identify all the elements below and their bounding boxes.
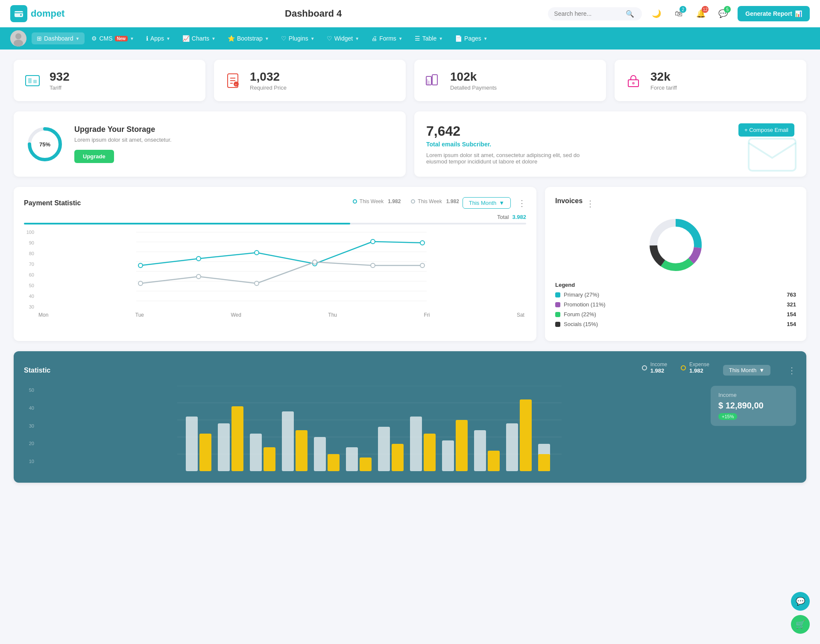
upgrade-button[interactable]: Upgrade xyxy=(74,150,114,163)
svg-rect-16 xyxy=(426,79,428,85)
svg-rect-0 xyxy=(15,11,23,17)
chat-button[interactable]: 💬 5 xyxy=(715,6,731,21)
table-icon: ☰ xyxy=(415,35,420,42)
statistic-month-button[interactable]: This Month ▼ xyxy=(723,365,770,376)
table-label: Table xyxy=(422,35,436,42)
svg-rect-71 xyxy=(474,430,486,471)
svg-rect-17 xyxy=(428,81,430,85)
svg-point-19 xyxy=(632,82,635,85)
total-label: Total xyxy=(497,214,509,220)
cms-badge: New xyxy=(115,36,128,41)
x-axis: Mon Tue Wed Thu Fri Sat xyxy=(37,312,526,318)
chevron-down-icon-cms: ▼ xyxy=(130,36,134,41)
more-options-button[interactable]: ⋮ xyxy=(518,198,526,208)
invoices-more-button[interactable]: ⋮ xyxy=(586,198,594,209)
forms-icon: 🖨 xyxy=(371,35,377,42)
charts-nav-icon: 📈 xyxy=(182,35,190,42)
legend-label-0: This Week xyxy=(360,198,384,204)
progress-fill xyxy=(24,223,350,224)
navbar: ⊞ Dashboard ▼ ⚙ CMS New ▼ ℹ Apps ▼ 📈 Cha… xyxy=(0,27,820,50)
legend-item-0: This Week 1.982 xyxy=(353,198,401,204)
legend-promotion: Promotion (11%) 321 xyxy=(555,301,796,308)
sidebar-item-forms[interactable]: 🖨 Forms ▼ xyxy=(366,32,408,44)
storage-card: 75% Upgrade Your Storage Lorem ipsum dol… xyxy=(14,111,406,177)
svg-point-32 xyxy=(196,256,201,261)
svg-point-37 xyxy=(138,281,143,286)
chevron-down-icon-month: ▼ xyxy=(499,200,504,206)
y-axis: 100 90 80 70 60 50 40 30 xyxy=(24,228,37,318)
cms-label: CMS xyxy=(99,35,112,42)
force-tariff-icon xyxy=(623,70,644,91)
invoices-card: Invoices ⋮ Legend xyxy=(545,187,806,341)
statistic-title: Statistic xyxy=(24,367,642,374)
svg-point-40 xyxy=(313,260,317,264)
income-box-area: Income $ 12,890,00 +15% xyxy=(711,386,796,472)
sidebar-item-cms[interactable]: ⚙ CMS New ▼ xyxy=(86,32,139,44)
sidebar-item-table[interactable]: ☰ Table ▼ xyxy=(410,32,448,44)
payment-card: Payment Statistic This Week 1.982 This W… xyxy=(14,187,536,341)
progress-bar-row xyxy=(24,223,526,224)
sidebar-item-bootstrap[interactable]: ⭐ Bootstrap ▼ xyxy=(223,32,274,44)
tariff-icon xyxy=(22,70,43,91)
svg-point-35 xyxy=(371,239,375,244)
required-price-info: 1,032 Required Price xyxy=(250,70,287,91)
cart-button[interactable]: 🛍 2 xyxy=(671,6,686,21)
svg-rect-7 xyxy=(33,80,37,83)
bar-chart-area: 50 40 30 20 10 xyxy=(24,386,702,472)
sidebar-item-charts[interactable]: 📈 Charts ▼ xyxy=(177,32,221,44)
statistic-card: Statistic Income 1.982 Expense xyxy=(14,351,806,483)
generate-report-button[interactable]: Generate Report 📊 xyxy=(738,6,810,21)
force-tariff-value: 32k xyxy=(650,70,677,84)
bar-chart-wrapper: 50 40 30 20 10 xyxy=(24,386,702,472)
statistic-more-button[interactable]: ⋮ xyxy=(788,365,796,376)
legend-forum: Forum (22%) 154 xyxy=(555,311,796,318)
svg-point-3 xyxy=(15,33,21,39)
svg-point-1 xyxy=(20,14,22,16)
sidebar-item-pages[interactable]: 📄 Pages ▼ xyxy=(450,32,493,44)
expense-value: 1.982 xyxy=(689,367,709,374)
legend-socials: Socials (15%) 154 xyxy=(555,321,796,327)
logo-area: dompet xyxy=(10,5,79,22)
chat-badge: 5 xyxy=(724,6,731,13)
detailed-payments-label: Detalled Payments xyxy=(450,85,497,91)
legend-value-1: 1.982 xyxy=(446,198,459,204)
storage-title: Upgrade Your Storage xyxy=(74,125,172,134)
this-month-button[interactable]: This Month ▼ xyxy=(463,197,511,209)
storage-donut: 75% xyxy=(26,125,64,163)
chevron-down-icon-bootstrap: ▼ xyxy=(265,36,269,41)
sidebar-item-dashboard[interactable]: ⊞ Dashboard ▼ xyxy=(32,32,85,44)
income-box-title: Income xyxy=(718,392,788,398)
sidebar-item-apps[interactable]: ℹ Apps ▼ xyxy=(141,32,176,44)
stat-card-detailed-payments: 102k Detalled Payments xyxy=(414,60,606,101)
svg-rect-5 xyxy=(26,76,39,86)
sidebar-item-plugins[interactable]: ♡ Plugins ▼ xyxy=(276,32,320,44)
socials-label: Socials (15%) xyxy=(564,321,787,327)
sidebar-item-widget[interactable]: ♡ Widget ▼ xyxy=(322,32,364,44)
email-description: Lorem ipsum dolor sit amet, consectetur … xyxy=(426,152,589,165)
chevron-down-icon-apps: ▼ xyxy=(166,36,170,41)
income-info-box: Income $ 12,890,00 +15% xyxy=(711,386,796,426)
forum-label: Forum (22%) xyxy=(564,311,787,318)
legend-label-1: This Week xyxy=(418,198,442,204)
chevron-down-icon-plugins: ▼ xyxy=(310,36,315,41)
page-title: Dashboard 4 xyxy=(85,8,541,19)
chevron-down-icon-table: ▼ xyxy=(439,36,443,41)
search-area[interactable]: 🔍 xyxy=(548,7,642,20)
chevron-down-icon: ▼ xyxy=(76,36,80,41)
svg-rect-68 xyxy=(424,434,436,471)
moon-button[interactable]: 🌙 xyxy=(649,6,664,21)
widget-label: Widget xyxy=(334,35,353,42)
invoices-legend: Legend Primary (27%) 763 Promotion (11%)… xyxy=(555,282,796,327)
expense-label: Expense xyxy=(689,361,709,367)
legend-row: This Week 1.982 This Week 1.982 xyxy=(353,198,459,204)
required-price-icon: + xyxy=(223,70,243,91)
expense-info: Expense 1.982 xyxy=(689,361,709,374)
income-box-amount: $ 12,890,00 xyxy=(718,401,788,411)
logo-text: dompet xyxy=(31,8,64,19)
bell-button[interactable]: 🔔 12 xyxy=(693,6,709,21)
main-content: 932 Tariff + 1,032 Required Price 102k D… xyxy=(0,50,820,493)
line-chart-svg xyxy=(37,228,526,309)
payment-title: Payment Statistic xyxy=(24,199,353,207)
storage-description: Lorem ipsum dolor sit amet, onsectetur. xyxy=(74,137,172,143)
search-input[interactable] xyxy=(554,10,622,17)
